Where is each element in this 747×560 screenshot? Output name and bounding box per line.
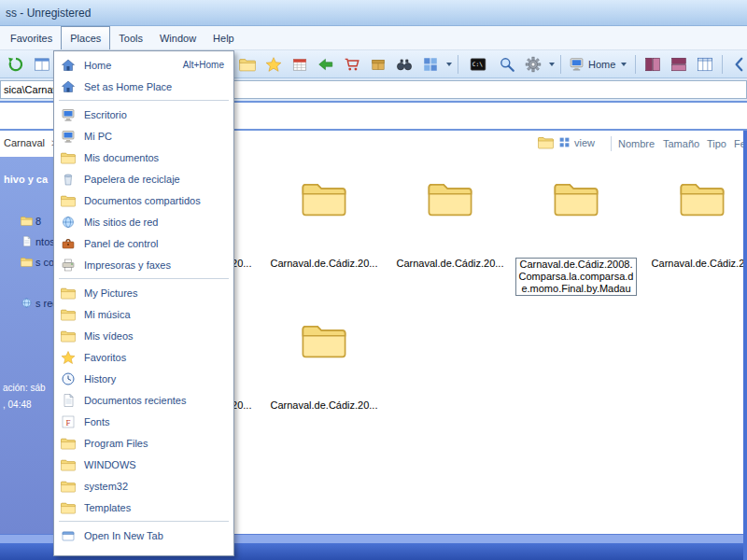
places-menu-item-history[interactable]: History [54, 368, 233, 389]
new-tab-icon [61, 528, 76, 543]
nav-back-button[interactable] [727, 53, 747, 76]
window-panes-icon [422, 56, 439, 73]
network-icon [21, 297, 33, 309]
my-documents-icon [61, 150, 76, 165]
console-button[interactable] [463, 53, 493, 76]
history-icon [61, 371, 76, 386]
settings-button[interactable] [521, 53, 545, 76]
places-menu-item-mis-documentos[interactable]: Mis documentos [54, 147, 233, 168]
file-item-label: Carnaval.de.Cádiz.20... [263, 399, 385, 412]
places-menu-item-mis-videos[interactable]: Mis vídeos [54, 325, 233, 346]
cart-button[interactable] [340, 53, 364, 76]
file-item-label: Carnaval.de.Cádiz.2008.Comparsa.la.compa… [515, 258, 637, 296]
places-menu-item-windows[interactable]: WINDOWS [54, 454, 233, 475]
breadcrumb[interactable]: Carnaval> [4, 137, 57, 148]
split-horizontal-button[interactable] [667, 53, 691, 76]
folder-icon [21, 215, 33, 227]
column-header-tipo[interactable]: Tipo [707, 138, 726, 149]
calendar-button[interactable] [288, 53, 312, 76]
menubar-item-places[interactable]: Places [61, 26, 110, 49]
places-menu: Home Alt+Home Set as Home Place Escritor… [53, 50, 234, 556]
menu-separator [59, 521, 229, 522]
places-menu-item-open-in-new-tab[interactable]: Open In New Tab [54, 525, 233, 546]
control-panel-icon [61, 236, 76, 251]
menubar-item-favorites[interactable]: Favorites [2, 26, 61, 49]
places-menu-item-system32[interactable]: system32 [54, 475, 233, 497]
breadcrumb-current[interactable]: Carnaval [4, 137, 45, 148]
menubar-item-tools[interactable]: Tools [110, 26, 151, 49]
places-menu-item-program-files[interactable]: Program Files [54, 432, 233, 454]
home-button[interactable]: Home [566, 53, 630, 76]
sidebar-link-1[interactable]: ntos [21, 235, 55, 247]
task-pane-header: hivo y ca [4, 174, 48, 185]
package-button[interactable] [366, 53, 390, 76]
find-files-button[interactable] [392, 53, 416, 76]
layout-dropdown-caret[interactable] [444, 53, 453, 76]
recent-documents-icon [61, 393, 76, 408]
menu-shortcut: Alt+Home [183, 60, 227, 70]
gear-icon [525, 56, 542, 73]
shared-documents-icon [61, 193, 76, 208]
places-menu-item-panel-de-control[interactable]: Panel de control [54, 232, 233, 254]
file-item[interactable]: Carnaval.de.Cádiz.20... [261, 175, 387, 315]
toolbar-separator [722, 55, 723, 74]
places-menu-item-mis-sitios-de-red[interactable]: Mis sitios de red [54, 211, 233, 232]
places-menu-item-favoritos[interactable]: Favoritos [54, 346, 233, 368]
file-item[interactable]: Carnaval.de.Cádiz.2... [640, 175, 747, 315]
places-menu-item-documentos-recientes[interactable]: Documentos recientes [54, 389, 233, 411]
new-folder-button[interactable] [235, 53, 260, 76]
pictures-folder-icon [61, 286, 76, 301]
sidebar-link-0[interactable]: 8 [21, 215, 41, 227]
places-menu-item-templates[interactable]: Templates [54, 497, 233, 518]
places-menu-item-escritorio[interactable]: Escritorio [54, 104, 233, 125]
places-menu-item-mi-pc[interactable]: Mi PC [54, 125, 233, 147]
file-item-label: Carnaval.de.Cádiz.20... [263, 258, 385, 270]
places-menu-item-mi-musica[interactable]: Mi música [54, 303, 233, 325]
column-header-tamano[interactable]: Tamaño [663, 138, 699, 149]
window-right-border [743, 131, 747, 560]
column-header-nombre[interactable]: Nombre [618, 138, 655, 149]
windows-folder-icon [61, 457, 76, 472]
calendar-icon [291, 56, 308, 73]
videos-folder-icon [61, 329, 76, 343]
split-horizontal-icon [670, 56, 687, 73]
home-dropdown-caret[interactable] [619, 53, 627, 76]
file-item-selected[interactable]: Carnaval.de.Cádiz.2008.Comparsa.la.compa… [514, 175, 639, 315]
columns-view-button[interactable] [693, 53, 717, 76]
menubar-item-window[interactable]: Window [151, 26, 204, 49]
places-menu-item-set-as-home-place[interactable]: Set as Home Place [54, 76, 233, 97]
file-item[interactable]: Carnaval.de.Cádiz.20... [261, 317, 387, 457]
window-layout-button[interactable] [418, 53, 443, 76]
menubar-item-help[interactable]: Help [204, 26, 243, 49]
back-button[interactable] [314, 53, 338, 76]
refresh-button[interactable] [4, 53, 28, 76]
panes-button[interactable] [30, 53, 54, 76]
settings-dropdown-caret[interactable] [547, 53, 556, 76]
home-monitor-icon [569, 56, 585, 72]
favorites-button[interactable] [261, 53, 286, 76]
split-vertical-icon [644, 56, 661, 73]
places-menu-item-my-pictures[interactable]: My Pictures [54, 282, 233, 303]
templates-folder-icon [61, 500, 76, 515]
folder-icon [428, 179, 472, 217]
cart-icon [344, 56, 360, 73]
view-label: view [574, 137, 595, 148]
folder-icon[interactable] [538, 135, 554, 149]
music-folder-icon [61, 307, 76, 322]
favorites-icon [61, 350, 76, 365]
split-vertical-button[interactable] [641, 53, 665, 76]
panes-icon [34, 56, 50, 73]
places-menu-item-impresoras-y-faxes[interactable]: Impresoras y faxes [54, 254, 233, 275]
view-mode-button[interactable]: view [558, 136, 595, 148]
places-menu-item-home[interactable]: Home Alt+Home [54, 54, 233, 76]
places-menu-item-papelera-de-reciclaje[interactable]: Papelera de reciclaje [54, 168, 233, 189]
places-menu-item-fonts[interactable]: Fonts [54, 411, 233, 432]
places-menu-item-documentos-compartidos[interactable]: Documentos compartidos [54, 189, 233, 211]
search-button[interactable] [495, 53, 519, 76]
file-item[interactable]: Carnaval.de.Cádiz.20... [388, 175, 513, 315]
folder-icon [554, 179, 599, 217]
desktop-icon [61, 107, 76, 122]
console-icon [470, 56, 486, 73]
toolbar-right-group: Home [235, 50, 747, 77]
back-arrow-icon [317, 56, 334, 73]
